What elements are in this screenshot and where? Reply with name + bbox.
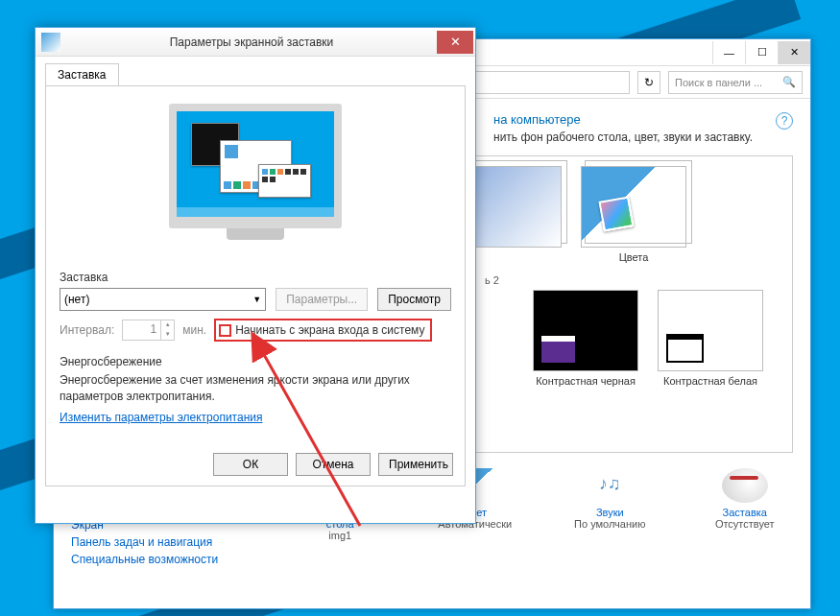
- screensaver-settings-dialog: Параметры экранной заставки ✕ Заставка З…: [35, 27, 476, 524]
- search-icon: 🔍: [782, 76, 796, 88]
- search-placeholder: Поиск в панели ...: [675, 77, 762, 88]
- power-settings-link[interactable]: Изменить параметры электропитания: [60, 411, 262, 424]
- preview-window: [258, 164, 311, 198]
- link-taskbar[interactable]: Панель задач и навигация: [71, 535, 218, 549]
- option-value: По умолчанию: [574, 518, 645, 530]
- interval-label: Интервал:: [60, 323, 114, 337]
- dialog-icon: [41, 33, 60, 52]
- highlighted-checkbox-area: Начинать с экрана входа в систему: [214, 319, 432, 342]
- option-value: img1: [328, 530, 351, 541]
- checkbox-label: Начинать с экрана входа в систему: [235, 323, 424, 337]
- sound-icon: [587, 468, 633, 503]
- theme-label: Контрастная белая: [658, 375, 763, 387]
- theme-label: Цвета: [581, 251, 686, 263]
- interval-value: 1: [123, 320, 160, 340]
- dialog-title: Параметры экранной заставки: [66, 36, 437, 49]
- ok-button[interactable]: ОК: [213, 453, 288, 476]
- apply-button[interactable]: Применить: [378, 453, 453, 476]
- theme-section-label: ь 2: [485, 274, 782, 286]
- screensaver-select[interactable]: (нет) ▼: [60, 288, 266, 311]
- see-also-links: Экран Панель задач и навигация Специальн…: [71, 518, 218, 570]
- link-accessibility[interactable]: Специальные возможности: [71, 553, 218, 566]
- screensaver-preview-monitor: [159, 104, 351, 257]
- themes-scrollbox[interactable]: Цвета ь 2 Контрастная черная Контрастная…: [474, 155, 793, 453]
- option-label: Звуки: [562, 507, 659, 518]
- sound-option[interactable]: Звуки По умолчанию: [562, 468, 659, 541]
- dialog-footer: ОК Отмена Применить: [213, 453, 453, 476]
- spinner-up-icon[interactable]: ▲: [161, 320, 174, 330]
- settings-button[interactable]: Параметры...: [276, 288, 368, 311]
- theme-label: Контрастная черная: [533, 375, 638, 387]
- interval-unit: мин.: [182, 323, 206, 337]
- help-icon[interactable]: ?: [776, 112, 793, 130]
- chevron-down-icon: ▼: [252, 295, 261, 304]
- theme-item[interactable]: [474, 166, 562, 263]
- energy-section-text: Энергосбережение за счет изменения яркос…: [60, 372, 451, 405]
- theme-item-hc-white[interactable]: Контрастная белая: [658, 290, 763, 387]
- screensaver-section-label: Заставка: [60, 271, 451, 284]
- login-screen-checkbox[interactable]: [219, 324, 231, 337]
- option-value: Отсутствует: [715, 518, 775, 530]
- dialog-body: Заставка Заставка (нет) ▼: [36, 57, 475, 492]
- cancel-button[interactable]: Отмена: [296, 453, 371, 476]
- minimize-button[interactable]: —: [712, 41, 745, 64]
- screensaver-option[interactable]: Заставка Отсутствует: [697, 468, 794, 541]
- preview-button[interactable]: Просмотр: [377, 288, 451, 311]
- close-button[interactable]: ✕: [437, 31, 473, 54]
- screensaver-icon: [722, 468, 768, 503]
- dialog-titlebar[interactable]: Параметры экранной заставки ✕: [36, 28, 475, 57]
- option-label: Заставка: [697, 507, 794, 518]
- theme-item-hc-partial[interactable]: [474, 290, 514, 387]
- tab-screensaver[interactable]: Заставка: [45, 63, 119, 86]
- close-button[interactable]: ✕: [778, 41, 810, 64]
- search-input[interactable]: Поиск в панели ... 🔍: [668, 71, 803, 94]
- tab-panel: Заставка (нет) ▼ Параметры... Просмотр И…: [45, 85, 466, 486]
- refresh-button[interactable]: ↻: [637, 71, 660, 94]
- energy-section-title: Энергосбережение: [60, 355, 451, 368]
- theme-item-hc-black[interactable]: Контрастная черная: [533, 290, 638, 387]
- interval-spinner[interactable]: 1 ▲ ▼: [122, 320, 175, 341]
- select-value: (нет): [64, 293, 89, 306]
- spinner-down-icon[interactable]: ▼: [161, 330, 174, 340]
- maximize-button[interactable]: ☐: [745, 41, 778, 64]
- theme-item-colors[interactable]: Цвета: [581, 166, 686, 263]
